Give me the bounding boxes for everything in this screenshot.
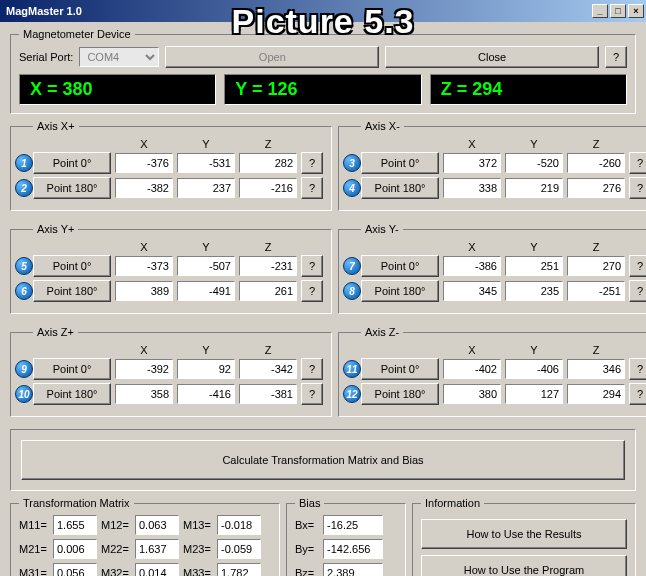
serial-port-select[interactable]: COM4: [79, 47, 159, 67]
badge-7: 7: [343, 257, 361, 275]
m32-field[interactable]: [135, 563, 179, 576]
ym-p0-y[interactable]: [505, 256, 563, 276]
zm-p180-z[interactable]: [567, 384, 625, 404]
window-title: MagMaster 1.0: [6, 5, 82, 17]
col-x: X: [115, 138, 173, 150]
zp-p0-x[interactable]: [115, 359, 173, 379]
m13-field[interactable]: [217, 515, 261, 535]
how-to-program-button[interactable]: How to Use the Program: [421, 555, 627, 576]
point0-xp-button[interactable]: Point 0°: [33, 152, 111, 174]
help-xp-p180[interactable]: ?: [301, 177, 323, 199]
help-xp-p0[interactable]: ?: [301, 152, 323, 174]
minimize-button[interactable]: _: [592, 4, 608, 18]
zp-p180-z[interactable]: [239, 384, 297, 404]
close-button[interactable]: ×: [628, 4, 644, 18]
bias-group: Bias Bx= By= Bz=: [286, 497, 406, 576]
axis-yp-legend: Axis Y+: [33, 223, 78, 235]
ym-p180-y[interactable]: [505, 281, 563, 301]
xp-p0-y[interactable]: [177, 153, 235, 173]
yp-p180-z[interactable]: [239, 281, 297, 301]
help-zm-p0[interactable]: ?: [629, 358, 646, 380]
how-to-results-button[interactable]: How to Use the Results: [421, 519, 627, 549]
help-device-button[interactable]: ?: [605, 46, 627, 68]
help-zp-p180[interactable]: ?: [301, 383, 323, 405]
point180-xm-button[interactable]: Point 180°: [361, 177, 439, 199]
m11-field[interactable]: [53, 515, 97, 535]
open-button[interactable]: Open: [165, 46, 379, 68]
bx-field[interactable]: [323, 515, 383, 535]
point0-zm-button[interactable]: Point 0°: [361, 358, 439, 380]
yp-p0-x[interactable]: [115, 256, 173, 276]
help-ym-p0[interactable]: ?: [629, 255, 646, 277]
zp-p180-y[interactable]: [177, 384, 235, 404]
col-y: Y: [505, 344, 563, 356]
bz-field[interactable]: [323, 563, 383, 576]
col-x: X: [443, 241, 501, 253]
point0-yp-button[interactable]: Point 0°: [33, 255, 111, 277]
col-z: Z: [239, 344, 297, 356]
readout-x: X = 380: [19, 74, 216, 105]
ym-p0-z[interactable]: [567, 256, 625, 276]
help-zp-p0[interactable]: ?: [301, 358, 323, 380]
zm-p180-y[interactable]: [505, 384, 563, 404]
m22-field[interactable]: [135, 539, 179, 559]
xm-p180-z[interactable]: [567, 178, 625, 198]
help-yp-p180[interactable]: ?: [301, 280, 323, 302]
zp-p0-y[interactable]: [177, 359, 235, 379]
xm-p0-x[interactable]: [443, 153, 501, 173]
xp-p180-y[interactable]: [177, 178, 235, 198]
col-x: X: [443, 344, 501, 356]
zm-p0-x[interactable]: [443, 359, 501, 379]
xp-p180-z[interactable]: [239, 178, 297, 198]
badge-1: 1: [15, 154, 33, 172]
point180-zp-button[interactable]: Point 180°: [33, 383, 111, 405]
xm-p180-x[interactable]: [443, 178, 501, 198]
m31-field[interactable]: [53, 563, 97, 576]
ym-p180-x[interactable]: [443, 281, 501, 301]
yp-p0-y[interactable]: [177, 256, 235, 276]
xp-p180-x[interactable]: [115, 178, 173, 198]
help-ym-p180[interactable]: ?: [629, 280, 646, 302]
m21-field[interactable]: [53, 539, 97, 559]
ym-p180-z[interactable]: [567, 281, 625, 301]
help-yp-p0[interactable]: ?: [301, 255, 323, 277]
point0-zp-button[interactable]: Point 0°: [33, 358, 111, 380]
m23-field[interactable]: [217, 539, 261, 559]
xm-p0-y[interactable]: [505, 153, 563, 173]
yp-p180-x[interactable]: [115, 281, 173, 301]
help-xm-p0[interactable]: ?: [629, 152, 646, 174]
point180-xp-button[interactable]: Point 180°: [33, 177, 111, 199]
axis-ym-group: Axis Y- XYZ 7 Point 0° ? 8 Point 180° ?: [338, 223, 646, 314]
point180-ym-button[interactable]: Point 180°: [361, 280, 439, 302]
zp-p180-x[interactable]: [115, 384, 173, 404]
info-legend: Information: [421, 497, 484, 509]
yp-p180-y[interactable]: [177, 281, 235, 301]
close-button-port[interactable]: Close: [385, 46, 599, 68]
xp-p0-x[interactable]: [115, 153, 173, 173]
ym-p0-x[interactable]: [443, 256, 501, 276]
maximize-button[interactable]: □: [610, 4, 626, 18]
yp-p0-z[interactable]: [239, 256, 297, 276]
m32-label: M32=: [101, 567, 131, 576]
point0-ym-button[interactable]: Point 0°: [361, 255, 439, 277]
zm-p180-x[interactable]: [443, 384, 501, 404]
m12-field[interactable]: [135, 515, 179, 535]
point180-yp-button[interactable]: Point 180°: [33, 280, 111, 302]
zm-p0-z[interactable]: [567, 359, 625, 379]
calculate-button[interactable]: Calculate Transformation Matrix and Bias: [21, 440, 625, 480]
zm-p0-y[interactable]: [505, 359, 563, 379]
xp-p0-z[interactable]: [239, 153, 297, 173]
readout-y: Y = 126: [224, 74, 421, 105]
point180-zm-button[interactable]: Point 180°: [361, 383, 439, 405]
xm-p0-z[interactable]: [567, 153, 625, 173]
m13-label: M13=: [183, 519, 213, 531]
zp-p0-z[interactable]: [239, 359, 297, 379]
badge-11: 11: [343, 360, 361, 378]
point0-xm-button[interactable]: Point 0°: [361, 152, 439, 174]
m33-field[interactable]: [217, 563, 261, 576]
help-zm-p180[interactable]: ?: [629, 383, 646, 405]
by-field[interactable]: [323, 539, 383, 559]
xm-p180-y[interactable]: [505, 178, 563, 198]
col-z: Z: [567, 241, 625, 253]
help-xm-p180[interactable]: ?: [629, 177, 646, 199]
